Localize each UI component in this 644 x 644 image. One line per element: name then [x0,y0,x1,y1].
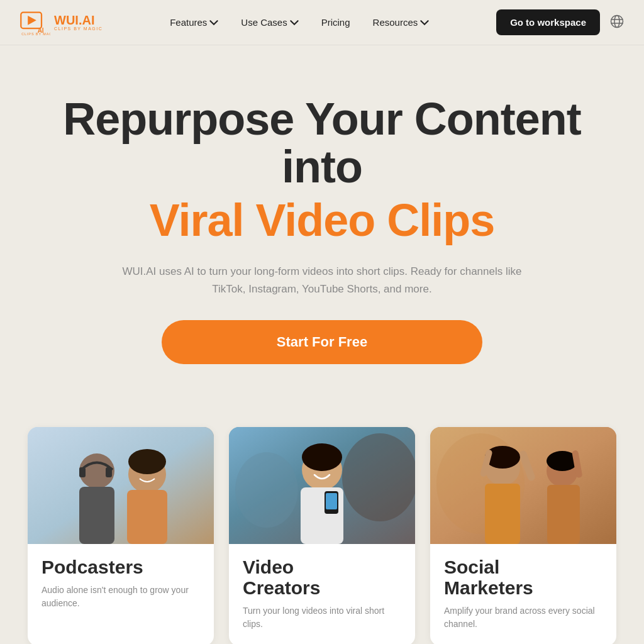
svg-text:CLIPS BY MAGIC: CLIPS BY MAGIC [21,32,50,35]
svg-rect-23 [326,493,337,509]
logo-text: WUI.AI [54,14,103,26]
start-free-button[interactable]: Start For Free [162,320,482,364]
card-video-creators: VideoCreators Turn your long videos into… [229,427,415,644]
chevron-down-icon [290,18,299,27]
logo-icon: AI CLIPS BY MAGIC [20,10,50,35]
card-title-social: SocialMarketers [444,557,602,598]
svg-point-4 [611,15,623,27]
svg-point-5 [614,15,619,27]
svg-rect-12 [106,467,112,477]
svg-rect-8 [28,427,214,544]
card-social-marketers: SocialMarketers Amplify your brand acros… [430,427,616,644]
globe-icon[interactable] [610,14,624,31]
nav-features[interactable]: Features [170,17,218,28]
svg-rect-11 [79,467,86,477]
hero-section: Repurpose Your Content into Viral Video … [0,45,644,402]
logo-tagline: CLIPS BY MAGIC [54,26,103,31]
card-desc-video: Turn your long videos into viral short c… [243,604,401,631]
nav-use-cases[interactable]: Use Cases [241,17,298,28]
nav-right: Go to workspace [496,9,624,35]
nav-pricing[interactable]: Pricing [321,17,350,28]
nav-resources[interactable]: Resources [373,17,430,28]
svg-point-18 [342,433,415,521]
card-title-podcasters: Podcasters [42,557,200,577]
cards-section: Podcasters Audio alone isn't enough to g… [0,402,644,644]
nav-links: Features Use Cases Pricing Resources [170,17,429,28]
svg-rect-27 [485,484,520,544]
card-image-podcasters [28,427,214,544]
card-desc-social: Amplify your brand across every social c… [444,604,602,631]
card-content-podcasters: Podcasters Audio alone isn't enough to g… [28,544,214,625]
card-content-social: SocialMarketers Amplify your brand acros… [430,544,616,644]
svg-rect-10 [79,487,114,544]
svg-rect-14 [127,490,167,544]
card-image-video [229,427,415,544]
logo-link[interactable]: AI CLIPS BY MAGIC WUI.AI CLIPS BY MAGIC [20,10,103,35]
svg-marker-1 [28,16,36,25]
navbar: AI CLIPS BY MAGIC WUI.AI CLIPS BY MAGIC … [0,0,644,45]
card-content-video: VideoCreators Turn your long videos into… [229,544,415,644]
workspace-button[interactable]: Go to workspace [496,9,600,35]
card-podcasters: Podcasters Audio alone isn't enough to g… [28,427,214,644]
hero-title-line2: Viral Video Clips [25,196,619,245]
card-title-video: VideoCreators [243,557,401,598]
svg-point-17 [235,452,298,528]
hero-title-line1: Repurpose Your Content into [25,96,619,191]
card-image-social [430,427,616,544]
chevron-down-icon [420,18,429,27]
card-desc-podcasters: Audio alone isn't enough to grow your au… [42,584,200,610]
chevron-down-icon [209,18,218,27]
svg-point-21 [302,443,342,471]
hero-subtitle: WUI.AI uses AI to turn your long-form vi… [121,263,523,297]
svg-rect-31 [547,485,580,544]
svg-point-15 [128,449,166,474]
